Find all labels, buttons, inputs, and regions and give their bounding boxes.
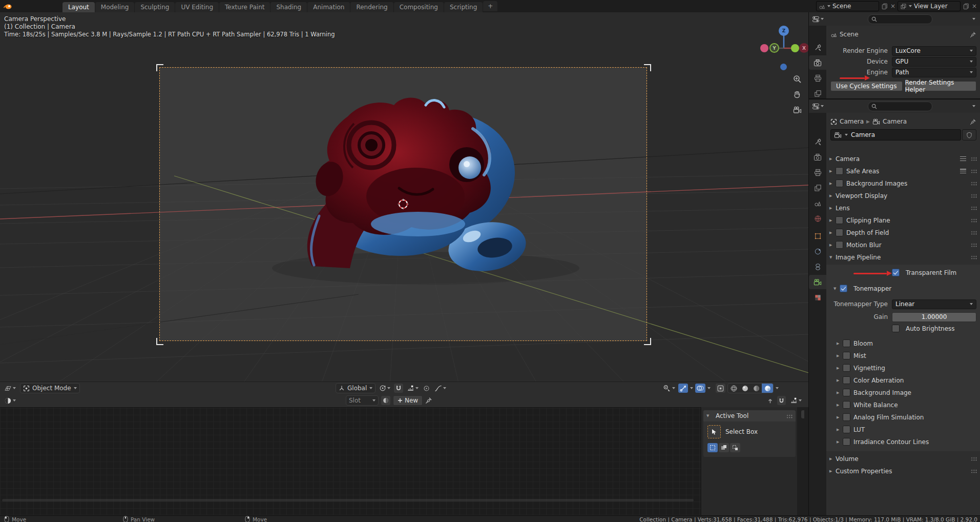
workspace-tab[interactable]: Modeling: [95, 2, 135, 12]
expand-arrow-icon[interactable]: ▶: [829, 231, 836, 235]
select-box-tool-icon[interactable]: [707, 425, 721, 438]
tab-view-layer-icon[interactable]: [809, 180, 826, 195]
panel-header-row[interactable]: ▶ Safe Areas: [826, 166, 980, 176]
new-material-button[interactable]: New: [393, 395, 423, 406]
expand-arrow-icon[interactable]: ▶: [829, 206, 836, 210]
panel-grip[interactable]: [970, 181, 977, 186]
expand-arrow-icon[interactable]: ▶: [837, 378, 843, 383]
gizmo-y-neg-axis[interactable]: [791, 44, 799, 52]
view-layer-selector[interactable]: View Layer: [898, 1, 961, 11]
tab-camera-data-icon[interactable]: [809, 275, 826, 289]
tab-world-icon[interactable]: [809, 211, 826, 226]
subpanel-header-row[interactable]: ▶ Irradiance Contour Lines: [826, 437, 980, 447]
active-tool-panel-header[interactable]: ▼ Active Tool: [703, 410, 796, 421]
workspace-tab[interactable]: Sculpting: [135, 2, 175, 12]
workspace-tab[interactable]: Rendering: [350, 2, 393, 12]
snap-target-selector[interactable]: [406, 384, 420, 393]
editor-type-properties-icon[interactable]: [811, 102, 825, 111]
panel-grip[interactable]: [970, 456, 977, 461]
subpanel-header-row[interactable]: ▶ Mist: [826, 351, 980, 360]
auto-brightness-row[interactable]: Auto Brightness: [826, 324, 980, 333]
select-mode-subtract-button[interactable]: [730, 443, 740, 452]
tab-object-icon[interactable]: [809, 229, 826, 243]
render-engine-dropdown[interactable]: LuxCore: [892, 46, 976, 56]
engine-dropdown[interactable]: Path: [892, 68, 976, 77]
panel-header-row[interactable]: ▶ Viewport Display: [826, 191, 980, 200]
panel-grip[interactable]: [970, 218, 977, 223]
tonemapper-checkbox[interactable]: [840, 285, 847, 292]
shading-solid-button[interactable]: [739, 384, 750, 393]
subpanel-header-row[interactable]: ▶ Background Image: [826, 388, 980, 397]
node-horizontal-scrollbar[interactable]: [2, 499, 694, 501]
panel-grip[interactable]: [786, 414, 793, 418]
expand-arrow-icon[interactable]: ▼: [829, 255, 836, 259]
panel-header-row[interactable]: ▶ Lens: [826, 203, 980, 213]
expand-arrow-icon[interactable]: ▶: [829, 194, 836, 198]
tab-scene-icon[interactable]: [809, 196, 826, 210]
mode-selector[interactable]: Object Mode: [20, 383, 80, 393]
editor-type-properties-icon[interactable]: [811, 14, 825, 24]
proportional-editing-toggle[interactable]: [422, 384, 431, 393]
properties-search-input[interactable]: [868, 14, 932, 24]
panel-checkbox[interactable]: [836, 216, 843, 224]
panel-checkbox[interactable]: [843, 376, 850, 384]
viewport-3d[interactable]: Camera Perspective (1) Collection | Came…: [0, 12, 808, 394]
expand-arrow-icon[interactable]: ▶: [837, 403, 843, 407]
node-snap-magnet-icon[interactable]: [777, 396, 786, 405]
panel-grip[interactable]: [970, 193, 977, 198]
panel-checkbox[interactable]: [843, 401, 850, 409]
expand-arrow-icon[interactable]: ▶: [829, 182, 836, 186]
add-workspace-button[interactable]: +: [483, 1, 497, 11]
scene-selector[interactable]: Scene: [816, 1, 879, 11]
expand-arrow-icon[interactable]: ▶: [829, 457, 836, 461]
new-view-layer-icon[interactable]: [963, 3, 970, 10]
transparent-film-row[interactable]: Transparent Film: [826, 268, 980, 277]
shading-rendered-button[interactable]: [762, 384, 773, 393]
subpanel-header-row[interactable]: ▶ Bloom: [826, 338, 980, 348]
unlink-scene-icon[interactable]: ×: [890, 3, 895, 10]
go-to-parent-node-icon[interactable]: [766, 397, 774, 404]
panel-checkbox[interactable]: [843, 389, 850, 396]
subpanel-header-row[interactable]: ▶ Analog Film Simulation: [826, 412, 980, 422]
editor-type-3d-icon[interactable]: [3, 384, 17, 393]
tab-tool-icon[interactable]: [809, 40, 826, 54]
slot-selector[interactable]: Slot: [346, 395, 379, 406]
subpanel-header-row[interactable]: ▶ Vignetting: [826, 363, 980, 373]
device-dropdown[interactable]: GPU: [892, 57, 976, 67]
panel-grip[interactable]: [970, 243, 977, 247]
properties-search-input[interactable]: [868, 102, 932, 111]
filter-options-icon[interactable]: [972, 105, 975, 107]
panel-checkbox[interactable]: [836, 167, 843, 175]
expand-arrow-icon[interactable]: ▶: [829, 218, 836, 223]
panel-checkbox[interactable]: [836, 179, 843, 187]
sidebar-tab[interactable]: [801, 437, 804, 445]
panel-checkbox[interactable]: [843, 364, 850, 372]
tonemapper-type-dropdown[interactable]: Linear: [892, 299, 976, 309]
expand-arrow-icon[interactable]: ▶: [837, 440, 843, 444]
panel-checkbox[interactable]: [836, 229, 843, 236]
tonemapper-header[interactable]: ▼ Tonemapper: [826, 284, 980, 293]
workspace-tab[interactable]: Scripting: [444, 2, 483, 12]
new-scene-icon[interactable]: [881, 3, 888, 10]
panel-grip[interactable]: [970, 206, 977, 210]
tab-constraints-icon[interactable]: [809, 259, 826, 274]
render-settings-helper-button[interactable]: Render Settings Helper: [905, 81, 977, 91]
sidebar-tab[interactable]: [801, 410, 804, 418]
panel-checkbox[interactable]: [843, 426, 850, 433]
pin-icon[interactable]: [425, 397, 432, 404]
panel-header-row[interactable]: ▶ Camera: [826, 154, 980, 164]
panel-header-row[interactable]: ▶ Custom Properties: [826, 466, 980, 476]
pin-icon[interactable]: [970, 31, 976, 38]
workspace-tab[interactable]: Shading: [270, 2, 307, 12]
panel-header-row[interactable]: ▶ Depth of Field: [826, 228, 980, 237]
camera-corner-handle[interactable]: [644, 64, 651, 71]
snap-toggle-magnet-icon[interactable]: [394, 384, 403, 393]
workspace-tab[interactable]: Layout: [62, 2, 95, 12]
tab-texture-icon[interactable]: [809, 290, 826, 305]
show-overlays-toggle[interactable]: [695, 384, 705, 393]
pin-icon[interactable]: [970, 118, 976, 125]
expand-arrow-icon[interactable]: ▶: [829, 169, 836, 173]
panel-grip[interactable]: [970, 255, 977, 259]
tab-output-icon[interactable]: [809, 71, 826, 85]
shading-material-button[interactable]: [750, 384, 762, 393]
